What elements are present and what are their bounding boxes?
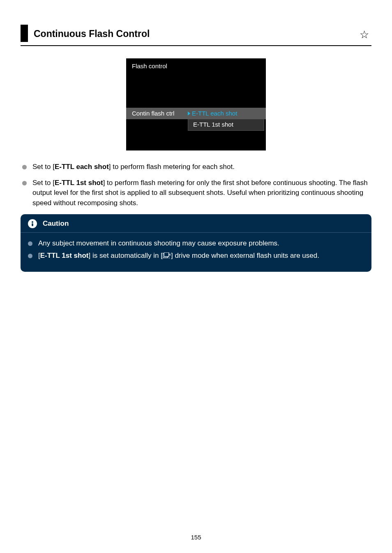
- triangle-right-icon: [188, 111, 190, 116]
- screen-title: Flash control: [126, 58, 266, 72]
- svg-text:+: +: [168, 257, 170, 259]
- svg-text:H: H: [168, 253, 171, 256]
- device-screen: Flash control Contin flash ctrl E-TTL ea…: [126, 58, 266, 150]
- bullet-icon: [28, 254, 32, 258]
- screen-option-selected-text: E-TTL each shot: [192, 108, 237, 119]
- heading-bar: [21, 25, 28, 42]
- bullet-icon: [22, 181, 27, 185]
- list-item: Any subject movement in continuous shoot…: [28, 238, 364, 249]
- caution-header: Caution: [21, 214, 371, 233]
- list-item: Set to [E-TTL each shot] to perform flas…: [22, 162, 370, 172]
- caution-icon: [28, 219, 37, 228]
- caution-box: Caution Any subject movement in continuo…: [21, 214, 371, 272]
- list-item-text: [E-TTL 1st shot] is set automatically in…: [38, 251, 319, 262]
- heading-text: Continuous Flash Control: [34, 28, 360, 42]
- list-item-text: Set to [E-TTL each shot] to perform flas…: [32, 162, 235, 172]
- caution-bullet-list: Any subject movement in continuous shoot…: [21, 238, 371, 262]
- drive-mode-icon: H+: [163, 252, 171, 262]
- screen-option-other: E-TTL 1st shot: [188, 119, 264, 131]
- list-item: Set to [E-TTL 1st shot] to perform flash…: [22, 178, 370, 208]
- screen-setting-label: Contin flash ctrl: [126, 108, 188, 119]
- page-number: 155: [0, 534, 392, 541]
- caution-title: Caution: [43, 220, 69, 228]
- screen-option-selected: E-TTL each shot: [188, 108, 266, 119]
- screen-setting-row: Contin flash ctrl E-TTL each shot: [126, 108, 266, 119]
- svg-rect-1: [32, 223, 33, 226]
- svg-point-0: [32, 221, 33, 223]
- star-icon: ☆: [360, 28, 371, 42]
- section-heading: Continuous Flash Control ☆: [21, 25, 371, 42]
- list-item-text: Any subject movement in continuous shoot…: [38, 238, 279, 249]
- list-item: [E-TTL 1st shot] is set automatically in…: [28, 251, 364, 262]
- bullet-icon: [22, 165, 27, 169]
- list-item-text: Set to [E-TTL 1st shot] to perform flash…: [32, 178, 370, 208]
- bullet-icon: [28, 241, 32, 246]
- body-bullet-list: Set to [E-TTL each shot] to perform flas…: [21, 162, 371, 208]
- device-screenshot: Flash control Contin flash ctrl E-TTL ea…: [21, 58, 371, 150]
- heading-underline: [21, 45, 371, 46]
